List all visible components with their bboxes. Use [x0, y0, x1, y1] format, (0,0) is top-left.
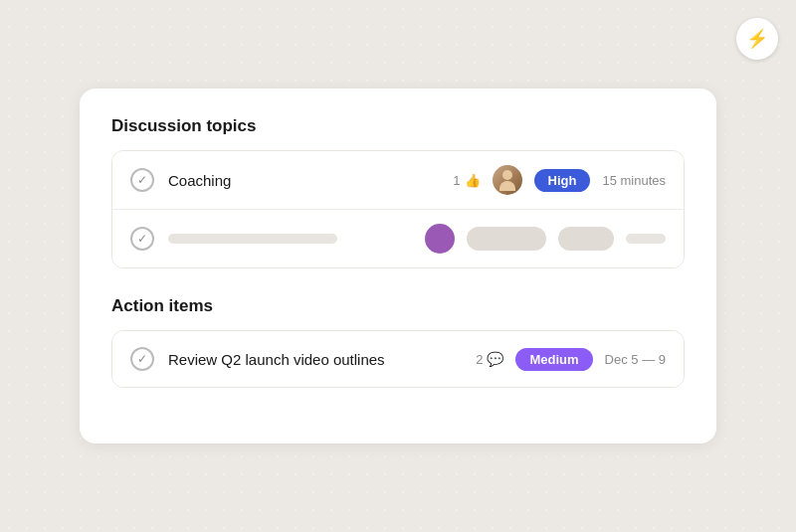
thumbs-up-icon: 👍	[465, 173, 481, 188]
main-card: Discussion topics ✓ Coaching 1 👍 High 15…	[80, 89, 716, 443]
skeleton-priority	[467, 227, 546, 251]
table-row[interactable]: ✓ Review Q2 launch video outlines 2 💬 Me…	[112, 331, 684, 387]
lightning-button[interactable]: ⚡	[736, 18, 778, 60]
check-circle-icon[interactable]: ✓	[130, 168, 154, 192]
avatar	[493, 165, 522, 195]
item-meta: 1 👍 High 15 minutes	[453, 165, 666, 195]
like-number: 1	[453, 173, 460, 188]
item-meta: 2 💬 Medium Dec 5 — 9	[476, 348, 666, 371]
lightning-icon: ⚡	[746, 28, 768, 50]
comment-number: 2	[476, 352, 483, 367]
item-title: Coaching	[168, 172, 453, 189]
check-circle-icon[interactable]: ✓	[130, 227, 154, 251]
priority-badge[interactable]: High	[534, 169, 591, 192]
skeleton-extra	[626, 234, 666, 244]
duration-text: 15 minutes	[602, 173, 666, 188]
item-title: Review Q2 launch video outlines	[168, 351, 476, 368]
discussion-section-title: Discussion topics	[111, 116, 685, 136]
discussion-items-container: ✓ Coaching 1 👍 High 15 minutes ✓	[111, 150, 685, 268]
item-meta-skeleton	[425, 224, 666, 254]
check-circle-icon[interactable]: ✓	[130, 347, 154, 371]
skeleton-avatar	[425, 224, 455, 254]
table-row[interactable]: ✓	[112, 209, 684, 267]
skeleton-duration	[558, 227, 614, 251]
date-range-text: Dec 5 — 9	[605, 352, 666, 367]
action-section-title: Action items	[111, 296, 685, 316]
skeleton-title	[168, 234, 337, 244]
comment-bubble-icon: 💬	[487, 351, 503, 367]
priority-badge[interactable]: Medium	[515, 348, 592, 371]
comment-count[interactable]: 2 💬	[476, 351, 503, 367]
table-row[interactable]: ✓ Coaching 1 👍 High 15 minutes	[112, 151, 684, 209]
action-items-container: ✓ Review Q2 launch video outlines 2 💬 Me…	[111, 330, 685, 388]
like-count[interactable]: 1 👍	[453, 173, 480, 188]
